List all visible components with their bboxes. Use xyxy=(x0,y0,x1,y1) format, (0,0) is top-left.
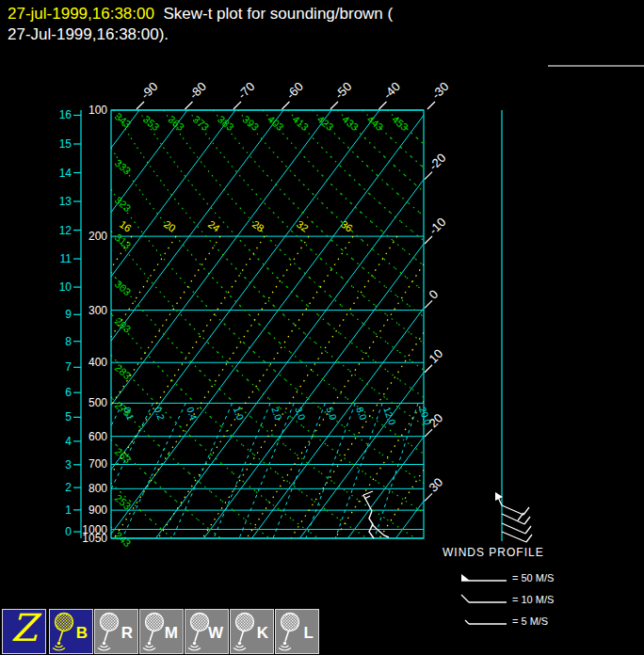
svg-text:323: 323 xyxy=(113,194,134,214)
svg-text:400: 400 xyxy=(89,356,107,369)
svg-text:2: 2 xyxy=(65,481,72,494)
svg-text:800: 800 xyxy=(89,482,107,495)
svg-text:16: 16 xyxy=(59,108,72,121)
svg-text:8.0: 8.0 xyxy=(354,406,368,422)
winds-profile-title: WINDS PROFILE xyxy=(443,546,544,559)
svg-text:373: 373 xyxy=(191,113,212,133)
toolbar-button-r[interactable]: R xyxy=(94,609,138,654)
temperature-axis-top: -90-80-70-60-50-40-30 xyxy=(137,79,451,109)
station-letter: W xyxy=(208,624,223,643)
svg-text:5: 5 xyxy=(65,410,72,423)
toolbar: ZBRMWKL xyxy=(0,608,644,655)
svg-text:8: 8 xyxy=(65,335,72,348)
sounding-trace xyxy=(363,491,389,538)
svg-text:20: 20 xyxy=(162,218,178,234)
toolbar-button-z[interactable]: Z xyxy=(2,609,46,654)
svg-text:2.0: 2.0 xyxy=(269,406,283,422)
legend-label: = 10 M/S xyxy=(512,594,554,605)
dry-adiabats: 2432532632732832933033133233333433533633… xyxy=(111,110,424,549)
station-letter: L xyxy=(304,624,314,643)
svg-text:14: 14 xyxy=(59,167,72,180)
skewt-chart: 1002003004005006007008009001000105001234… xyxy=(0,0,644,607)
svg-text:333: 333 xyxy=(113,157,134,177)
moist-adiabats: 162024283236 xyxy=(111,218,424,538)
svg-text:12: 12 xyxy=(59,224,72,237)
legend-label: = 50 M/S xyxy=(512,572,554,583)
toolbar-button-w[interactable]: W xyxy=(185,609,229,654)
svg-text:383: 383 xyxy=(216,113,236,133)
svg-text:5.0: 5.0 xyxy=(324,406,338,422)
svg-text:10: 10 xyxy=(59,280,72,294)
svg-text:-30: -30 xyxy=(429,79,452,102)
svg-text:3.0: 3.0 xyxy=(293,406,307,422)
svg-text:353: 353 xyxy=(141,113,162,133)
svg-text:10: 10 xyxy=(427,346,446,366)
svg-text:300: 300 xyxy=(89,304,107,317)
svg-text:393: 393 xyxy=(241,113,262,133)
svg-text:3: 3 xyxy=(65,458,72,471)
svg-text:-60: -60 xyxy=(283,79,306,102)
svg-text:0.2: 0.2 xyxy=(153,406,167,422)
svg-text:433: 433 xyxy=(340,113,361,133)
svg-text:303: 303 xyxy=(113,278,134,297)
svg-text:453: 453 xyxy=(390,113,411,133)
svg-text:1.0: 1.0 xyxy=(232,406,246,422)
flag-50ms-icon xyxy=(459,572,508,583)
vis5d-logo-z: Z xyxy=(3,606,45,649)
svg-text:4: 4 xyxy=(65,435,72,448)
svg-text:7: 7 xyxy=(65,360,72,374)
svg-text:15: 15 xyxy=(59,137,72,151)
legend-row-50ms: = 50 M/S xyxy=(459,567,554,588)
svg-text:283: 283 xyxy=(113,361,134,381)
toolbar-button-b[interactable]: B xyxy=(49,609,93,654)
wind-profile-staff xyxy=(495,110,532,542)
legend-row-10ms: = 10 M/S xyxy=(459,588,554,610)
station-letter: R xyxy=(121,624,133,643)
svg-text:28: 28 xyxy=(250,218,266,234)
svg-text:313: 313 xyxy=(113,232,134,251)
svg-text:900: 900 xyxy=(89,503,107,517)
height-axis: 012345678910111213141516 xyxy=(59,108,81,538)
svg-text:243: 243 xyxy=(113,529,134,549)
svg-text:0.1: 0.1 xyxy=(121,406,136,422)
station-letter: K xyxy=(257,624,268,643)
sounding-balloon-icon xyxy=(278,612,306,653)
svg-text:1050: 1050 xyxy=(82,532,107,545)
svg-text:-70: -70 xyxy=(235,79,258,102)
svg-text:12.0: 12.0 xyxy=(381,406,397,426)
toolbar-button-k[interactable]: K xyxy=(230,609,274,654)
svg-text:443: 443 xyxy=(365,113,386,133)
svg-text:11: 11 xyxy=(60,252,72,265)
svg-text:100: 100 xyxy=(89,104,107,117)
svg-text:13: 13 xyxy=(59,195,72,208)
svg-text:423: 423 xyxy=(315,113,336,133)
temperature-axis-right: -20-100102030 xyxy=(425,151,448,501)
svg-text:200: 200 xyxy=(89,230,107,243)
svg-text:-80: -80 xyxy=(186,79,209,102)
svg-text:30: 30 xyxy=(427,475,446,495)
svg-text:413: 413 xyxy=(290,113,311,133)
svg-text:293: 293 xyxy=(113,315,134,335)
svg-text:9: 9 xyxy=(65,308,72,321)
svg-text:6: 6 xyxy=(65,386,72,399)
svg-text:263: 263 xyxy=(113,445,134,465)
svg-text:343: 343 xyxy=(113,110,134,130)
svg-text:0: 0 xyxy=(427,287,442,302)
svg-text:500: 500 xyxy=(89,396,107,409)
full-barb-10ms-icon xyxy=(459,594,508,605)
svg-text:-40: -40 xyxy=(380,79,403,102)
svg-text:700: 700 xyxy=(89,457,107,471)
pressure-grid: 10020030040050060070080090010001050 xyxy=(82,104,424,545)
svg-text:0: 0 xyxy=(65,525,72,538)
svg-text:-10: -10 xyxy=(427,215,449,237)
svg-text:600: 600 xyxy=(89,430,107,443)
vis5d-sounding-window: 27-jul-1999,16:38:00 Skew-t plot for sou… xyxy=(0,0,644,655)
toolbar-button-l[interactable]: L xyxy=(275,609,319,654)
station-letter: B xyxy=(76,624,88,643)
svg-text:24: 24 xyxy=(206,218,222,234)
toolbar-button-m[interactable]: M xyxy=(139,609,184,654)
svg-text:-90: -90 xyxy=(138,79,161,102)
svg-text:-50: -50 xyxy=(332,79,355,102)
station-letter: M xyxy=(165,624,178,643)
svg-text:-20: -20 xyxy=(427,151,449,173)
